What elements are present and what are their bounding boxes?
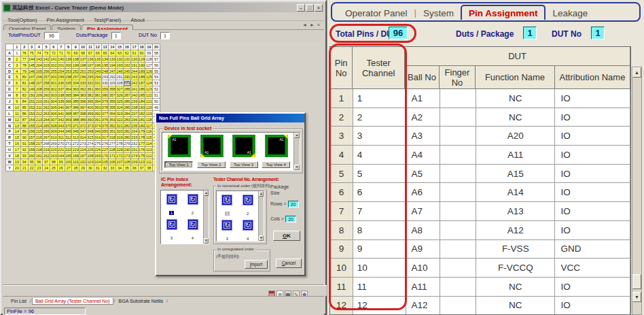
grid-cell[interactable]: 192 [124, 63, 131, 69]
grid-cell[interactable]: 139 [65, 56, 73, 63]
grid-cell[interactable]: 37 [139, 165, 146, 171]
grid-cell[interactable]: 310 [50, 135, 58, 141]
grid-cell[interactable]: 59 [145, 50, 153, 56]
scroll-up-icon[interactable]: ▲ [204, 190, 209, 196]
grid-cell[interactable]: 177 [139, 141, 146, 147]
grid-cell[interactable]: 317 [102, 135, 109, 141]
grid-cell[interactable]: 400 [87, 105, 94, 111]
grid-cell[interactable]: 356 [109, 99, 116, 105]
grid-cell[interactable]: 373 [87, 123, 94, 129]
grid-cell[interactable]: 387 [72, 111, 79, 117]
grid-cell[interactable]: 88 [21, 123, 29, 129]
grid-cell[interactable]: 13 [14, 123, 21, 129]
grid-cell[interactable]: 342 [58, 117, 65, 123]
grid-cell[interactable]: 2 [14, 56, 21, 63]
grid-cell[interactable]: 288 [124, 86, 131, 93]
grid-cell[interactable]: 378 [102, 105, 109, 111]
grid-cell[interactable]: 388 [72, 117, 79, 123]
grid-cell[interactable]: 330 [102, 80, 109, 86]
grid-cell[interactable]: 221 [58, 147, 65, 153]
grid-cell[interactable]: 160 [29, 153, 36, 159]
grid-cell[interactable]: 3 [14, 63, 21, 69]
grid-cell[interactable]: 95 [29, 159, 36, 165]
grid-cell[interactable]: 73 [43, 50, 50, 56]
grid-cell[interactable]: 147 [29, 74, 36, 80]
grid-cell[interactable]: 103 [87, 159, 94, 165]
grid-cell[interactable]: 28 [72, 165, 79, 171]
grid-cell[interactable]: 235 [131, 123, 139, 129]
grid-cell[interactable]: 151 [29, 99, 36, 105]
grid-cell[interactable]: 267 [43, 135, 50, 141]
grid-cell[interactable]: 166 [72, 153, 79, 159]
grid-cell[interactable]: 302 [50, 86, 58, 93]
total-pins-value[interactable]: 96 [44, 32, 59, 39]
grid-cell[interactable]: 209 [35, 93, 43, 99]
grid-cell[interactable]: 365 [65, 93, 73, 99]
grid-cell[interactable]: 303 [50, 93, 58, 99]
title-bar[interactable]: 英誌科技 Excel - Curve Tracer (Demo Mode) – … [3, 3, 324, 12]
grid-cell[interactable]: 72 [50, 50, 58, 56]
grid-cell[interactable]: 56 [153, 63, 160, 69]
grid-cell[interactable]: 191 [131, 63, 139, 69]
grid-cell[interactable]: 395 [87, 99, 94, 105]
grid-cell[interactable]: 55 [153, 69, 160, 75]
grid-cell[interactable]: 156 [29, 129, 36, 135]
grid-cell[interactable]: 269 [50, 141, 58, 147]
grid-cell[interactable]: 362 [79, 86, 87, 93]
grid-cell[interactable]: 138 [72, 56, 79, 63]
grid-cell[interactable]: 295 [87, 74, 94, 80]
arrangement-item[interactable]: ↻2 [238, 193, 259, 218]
grid-cell[interactable]: 254 [58, 69, 65, 75]
grid-cell[interactable]: 30 [87, 165, 94, 171]
grid-cell[interactable]: 351 [109, 129, 116, 135]
grid-cell[interactable]: 173 [124, 153, 131, 159]
grid-cell[interactable]: 83 [21, 93, 29, 99]
grid-cell[interactable]: 153 [29, 111, 36, 117]
grid-cell[interactable]: 135 [94, 56, 102, 63]
grid-cell[interactable]: 311 [58, 135, 65, 141]
grid-cell[interactable]: 364 [65, 86, 73, 93]
grid-cell[interactable]: 8 [14, 93, 21, 99]
grid-cell[interactable]: 24 [43, 165, 50, 171]
grid-cell[interactable]: 99 [58, 159, 65, 165]
grid-cell[interactable]: 343 [58, 123, 65, 129]
grid-cell[interactable]: 102 [79, 159, 87, 165]
grid-cell[interactable]: 182 [139, 111, 146, 117]
grid-cell[interactable]: 219 [43, 147, 50, 153]
grid-cell[interactable]: 27 [65, 165, 73, 171]
grid-cell[interactable]: 31 [94, 165, 102, 171]
grid-cell[interactable]: 315 [87, 135, 94, 141]
grid-cell[interactable]: 304 [50, 99, 58, 105]
grid-cell[interactable]: 334 [72, 80, 79, 86]
grid-cell[interactable]: 372 [79, 123, 87, 129]
grid-cell[interactable]: 314 [79, 135, 87, 141]
grid-cell[interactable]: 278 [116, 141, 124, 147]
grid-cell[interactable]: 293 [102, 74, 109, 80]
grid-cell[interactable]: 70 [65, 50, 73, 56]
grid-cell[interactable]: 255 [50, 69, 58, 75]
grid-cell[interactable]: 369 [65, 117, 73, 123]
grid-cell[interactable]: 111 [145, 159, 153, 165]
grid-cell[interactable]: 286 [124, 99, 131, 105]
grid-cell[interactable]: 333 [79, 80, 87, 86]
dut-no-value[interactable]: 1 [160, 32, 170, 39]
grid-cell[interactable]: 89 [21, 129, 29, 135]
grid-cell[interactable]: 396 [79, 99, 87, 105]
grid-cell[interactable]: 264 [43, 117, 50, 123]
grid-cell[interactable]: 124 [145, 80, 153, 86]
grid-cell[interactable]: 289 [124, 80, 131, 86]
grid-cell[interactable]: 399 [87, 111, 94, 117]
grid-cell[interactable]: 212 [35, 111, 43, 117]
grid-cell[interactable]: 194 [109, 63, 116, 69]
tester-scrollbar[interactable]: ▲ ▼ [258, 191, 264, 241]
grid-cell[interactable]: 129 [139, 56, 146, 63]
grid-cell[interactable]: 107 [116, 159, 124, 165]
grid-cell[interactable]: 312 [65, 135, 73, 141]
grid-cell[interactable]: 179 [139, 129, 146, 135]
table-row[interactable]: 1111A11NCIO [330, 278, 630, 297]
grid-cell[interactable]: 114 [145, 141, 153, 147]
grid-cell[interactable]: 275 [94, 141, 102, 147]
grid-cell[interactable]: 68 [79, 50, 87, 56]
grid-cell[interactable]: 14 [14, 129, 21, 135]
grid-cell[interactable]: 247 [109, 69, 116, 75]
